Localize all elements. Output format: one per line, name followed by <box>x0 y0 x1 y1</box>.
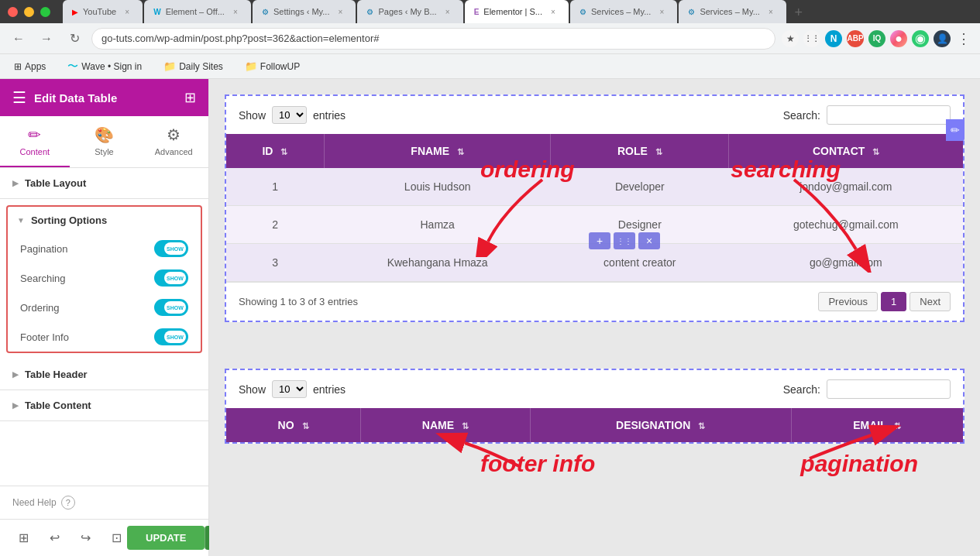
footer-info-toggle[interactable] <box>154 328 188 345</box>
col-header-contact[interactable]: CONTACT ⇅ <box>729 134 963 168</box>
chrome-icon[interactable]: ● <box>890 30 907 47</box>
elementor-favicon: E <box>474 8 480 16</box>
tab-elementor-close[interactable]: × <box>547 5 559 18</box>
bookmark-star-icon[interactable]: ★ <box>782 30 799 47</box>
col2-header-no[interactable]: NO ⇅ <box>226 408 361 442</box>
col-header-fname[interactable]: FNAME ⇅ <box>324 134 551 168</box>
abp-icon[interactable]: ABP <box>847 30 864 47</box>
tab-element-close[interactable]: × <box>229 5 242 18</box>
col2-header-designation[interactable]: DESIGNATION ⇅ <box>530 408 791 442</box>
section-sorting-options: ▼ Sorting Options Pagination Searching <box>6 205 202 353</box>
col2-no-sort[interactable]: ⇅ <box>302 421 309 431</box>
row3-id: 3 <box>226 244 324 282</box>
nielsen-icon[interactable]: N <box>825 30 842 47</box>
searching-toggle[interactable] <box>154 269 188 287</box>
tab-elementor[interactable]: E Elementor | S... × <box>465 0 569 23</box>
tab-services1[interactable]: ⚙ Services – My... × <box>570 0 677 23</box>
widget-add-button[interactable]: + <box>589 232 610 249</box>
new-tab-button[interactable]: + <box>788 2 810 23</box>
sidebar-menu-icon[interactable]: ☰ <box>12 88 26 107</box>
tab-style[interactable]: 🎨 Style <box>70 116 139 167</box>
prev-btn-1[interactable]: Previous <box>818 292 878 311</box>
close-button[interactable] <box>8 7 18 17</box>
pagination-toggle[interactable] <box>154 240 188 257</box>
col2-name-sort[interactable]: ⇅ <box>462 421 469 431</box>
search-label-2: Search: <box>783 383 820 396</box>
ext-icon[interactable]: ◉ <box>912 30 929 47</box>
bottom-undo-icon[interactable]: ↩ <box>43 527 65 549</box>
section-table-header[interactable]: ▶ Table Header <box>0 359 208 390</box>
widget-move-button[interactable]: ⋮⋮ <box>614 232 635 249</box>
row3-contact: go@gmail.com <box>729 244 963 282</box>
entries-select-1[interactable]: 10 25 50 <box>272 106 307 124</box>
col2-header-email[interactable]: EMAIL ⇅ <box>791 408 963 442</box>
col2-email-sort[interactable]: ⇅ <box>894 421 901 431</box>
tab-youtube-close[interactable]: × <box>121 5 133 18</box>
forward-button[interactable]: → <box>36 28 57 50</box>
sidebar-grid-icon[interactable]: ⊞ <box>184 89 196 106</box>
section-table-content[interactable]: ▶ Table Content <box>0 390 208 421</box>
bookmark-followup[interactable]: 📁 FollowUP <box>240 59 304 74</box>
section-table-layout[interactable]: ▶ Table Layout <box>0 168 208 199</box>
next-btn-1[interactable]: Next <box>910 292 951 311</box>
tab-pages-close[interactable]: × <box>442 5 454 18</box>
update-button[interactable]: UPDATE <box>127 526 205 550</box>
widget-toolbar: + ⋮⋮ × <box>589 232 660 249</box>
tab-settings[interactable]: ⚙ Settings ‹ My... × <box>253 0 356 23</box>
tab-services2-close[interactable]: × <box>765 5 777 18</box>
bookmark-apps[interactable]: ⊞ Apps <box>9 60 50 74</box>
col-fname-sort[interactable]: ⇅ <box>457 147 464 156</box>
widget-edit-icon[interactable]: ✏ <box>946 119 965 141</box>
table2-controls: Show 10 25 50 entries Search: <box>226 370 963 408</box>
col-contact-sort[interactable]: ⇅ <box>872 147 879 156</box>
col-role-sort[interactable]: ⇅ <box>655 147 662 156</box>
tab-youtube[interactable]: ▶ YouTube × <box>63 0 143 23</box>
bookmark-daily-sites[interactable]: 📁 Daily Sites <box>159 59 228 74</box>
search-input-2[interactable] <box>827 379 951 399</box>
help-question-icon[interactable]: ? <box>61 496 75 510</box>
ordering-toggle[interactable] <box>154 299 188 316</box>
widget-close-button[interactable]: × <box>638 232 660 249</box>
title-bar: ▶ YouTube × W Element – Off... × ⚙ Setti… <box>0 0 980 23</box>
tab-content[interactable]: ✏ Content <box>0 116 70 167</box>
col2-designation-sort[interactable]: ⇅ <box>698 421 705 431</box>
tab-youtube-label: YouTube <box>83 7 116 16</box>
settings-favicon: ⚙ <box>262 8 269 16</box>
back-button[interactable]: ← <box>8 28 29 50</box>
page-1-btn[interactable]: 1 <box>881 292 906 311</box>
pages-favicon: ⚙ <box>366 8 373 16</box>
reload-button[interactable]: ↻ <box>64 28 85 50</box>
menu-icon[interactable]: ⋮ <box>955 30 972 47</box>
maximize-button[interactable] <box>40 7 50 17</box>
col-header-id[interactable]: ID ⇅ <box>226 134 324 168</box>
tab-element[interactable]: W Element – Off... × <box>144 0 251 23</box>
minimize-button[interactable] <box>24 7 34 17</box>
col-id-sort[interactable]: ⇅ <box>280 147 287 156</box>
col2-header-name[interactable]: NAME ⇅ <box>361 408 530 442</box>
advanced-tab-label: Advanced <box>155 147 193 156</box>
extensions-icon[interactable]: ⋮⋮ <box>803 30 820 47</box>
entries-select-2[interactable]: 10 25 50 <box>272 380 307 398</box>
col-header-role[interactable]: ROLE ⇅ <box>551 134 729 168</box>
tab-settings-close[interactable]: × <box>334 5 346 18</box>
sidebar-header: ☰ Edit Data Table ⊞ <box>0 79 208 116</box>
bookmark-wave[interactable]: 〜 Wave • Sign in <box>63 58 146 75</box>
iq-icon[interactable]: IQ <box>868 30 885 47</box>
col-role-label: ROLE <box>617 145 648 157</box>
sorting-options-header[interactable]: ▼ Sorting Options <box>8 207 201 234</box>
profile-icon[interactable]: 👤 <box>934 30 951 47</box>
tab-advanced[interactable]: ⚙ Advanced <box>139 116 208 167</box>
col2-email-label: EMAIL <box>853 419 886 431</box>
search-input-1[interactable] <box>827 105 951 125</box>
sorting-options-label: Sorting Options <box>31 215 107 226</box>
address-bar[interactable]: go-tuts.com/wp-admin/post.php?post=362&a… <box>91 28 775 50</box>
pagination-label: Pagination <box>20 243 67 255</box>
tab-pages[interactable]: ⚙ Pages ‹ My B... × <box>357 0 462 23</box>
content-area: ☰ Edit Data Table ⊞ ✏ Content 🎨 Style ⚙ … <box>0 79 980 556</box>
show-label-1: Show <box>239 109 266 122</box>
bottom-redo-icon[interactable]: ↪ <box>74 527 96 549</box>
bottom-responsive-icon[interactable]: ⊡ <box>105 527 127 549</box>
tab-services1-close[interactable]: × <box>655 5 668 18</box>
tab-services2[interactable]: ⚙ Services – My... × <box>679 0 786 23</box>
bottom-grid-icon[interactable]: ⊞ <box>12 527 34 549</box>
